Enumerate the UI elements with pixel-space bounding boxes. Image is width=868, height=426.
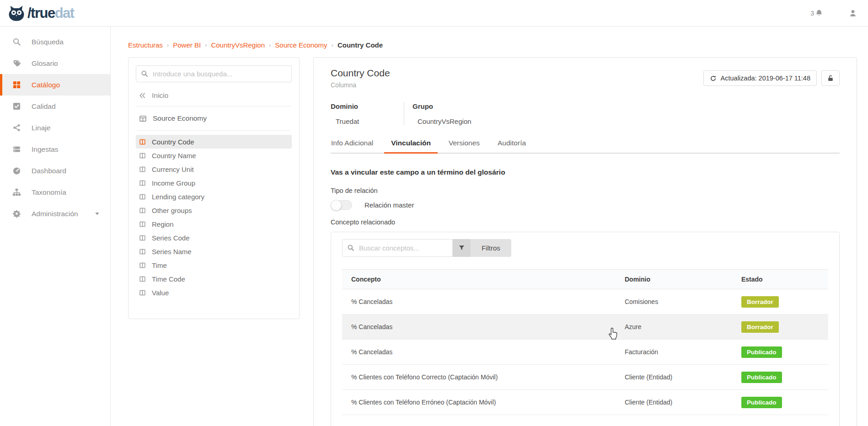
share-icon xyxy=(12,123,21,132)
owl-logo-icon xyxy=(7,5,26,22)
table-row[interactable]: % Clientes con Teléfono Erróneo (Captaci… xyxy=(342,390,828,415)
table-row[interactable]: % Canceladas Comisiones Borrador xyxy=(342,289,828,314)
master-relation-toggle[interactable] xyxy=(331,200,352,210)
detail-panel: Country Code Columna Actualizada: 2019-0… xyxy=(313,57,857,426)
sidebar-item[interactable]: Catálogo xyxy=(0,74,110,96)
tree-search-input[interactable] xyxy=(136,65,292,82)
column-icon xyxy=(139,248,146,255)
sitemap-icon xyxy=(12,188,21,197)
tab[interactable]: Info Adicional xyxy=(331,139,374,153)
detail-tabs: Info Adicional Vinculación Versiones Aud… xyxy=(331,139,840,154)
search-icon xyxy=(141,70,148,77)
column-icon xyxy=(139,207,146,214)
breadcrumb-separator: › xyxy=(269,42,271,48)
notification-count: 3 xyxy=(810,10,814,17)
tree-item[interactable]: Time xyxy=(136,258,292,272)
breadcrumb-link[interactable]: Source Economy xyxy=(275,41,327,49)
grid-icon xyxy=(12,80,21,89)
server-icon xyxy=(12,145,21,154)
sidebar-item-label: Catálogo xyxy=(32,81,60,89)
tree-item[interactable]: Region xyxy=(136,217,292,231)
tab[interactable]: Versiones xyxy=(448,139,480,153)
field-label: Grupo xyxy=(413,102,504,110)
sidebar-item[interactable]: Glosario xyxy=(0,53,110,74)
tab-label: Info Adicional xyxy=(331,139,373,147)
table-row[interactable]: % Canceladas Azure Borrador xyxy=(342,314,828,340)
tree-item-label: Series Code xyxy=(152,234,190,242)
sidebar-item[interactable]: Dashboard xyxy=(0,160,110,181)
tab-label: Vinculación xyxy=(391,139,431,147)
breadcrumb-link[interactable]: CountryVsRegion xyxy=(211,41,265,49)
field-value: CountryVsRegion xyxy=(413,117,504,125)
tree-item[interactable]: Series Name xyxy=(136,245,292,258)
filter-funnel-button[interactable] xyxy=(453,239,471,257)
tree-item-label: Time Code xyxy=(152,275,185,283)
sidebar-item[interactable]: Linaje xyxy=(0,117,110,138)
column-icon xyxy=(139,234,146,241)
metadata-fields: Dominio Truedat Grupo CountryVsRegion xyxy=(331,102,840,125)
tree-item[interactable]: Income Group xyxy=(136,176,292,190)
concept-cell: % Canceladas xyxy=(342,323,625,330)
tree-item[interactable]: Lending category xyxy=(136,190,292,203)
sidebar-item-label: Linaje xyxy=(32,124,50,132)
tree-item[interactable]: Other groups xyxy=(136,203,292,217)
sidebar-item[interactable]: Calidad xyxy=(0,96,110,117)
tree-item[interactable]: Currency Unit xyxy=(136,162,292,176)
tree-item[interactable]: Value xyxy=(136,286,292,299)
status-badge: Borrador xyxy=(741,321,779,333)
tab[interactable]: Vinculación xyxy=(391,139,431,153)
divider xyxy=(137,130,291,131)
concept-search-input[interactable] xyxy=(342,239,453,257)
brand-name: /truedat xyxy=(27,6,74,20)
concept-cell: % Canceladas xyxy=(342,298,625,305)
tree-item[interactable]: Time Code xyxy=(136,272,292,286)
tree-item[interactable]: Series Code xyxy=(136,231,292,245)
filters-button[interactable]: Filtros xyxy=(471,239,511,257)
sidebar-item-label: Administración xyxy=(32,210,78,218)
table-row[interactable]: % Clientes con Teléfono Correcto (Captac… xyxy=(342,365,828,390)
tree-parent-node[interactable]: Source Economy xyxy=(136,106,292,130)
user-icon[interactable] xyxy=(849,9,857,17)
related-concepts-panel: Filtros Concepto Dominio Estado % Cancel… xyxy=(331,232,840,426)
structure-tree-panel: Inicio Source Economy Country Code xyxy=(128,57,300,319)
unlock-button[interactable] xyxy=(821,70,840,86)
tree-back-home[interactable]: Inicio xyxy=(136,85,292,106)
status-badge: Publicado xyxy=(741,372,782,383)
tree-item-label: Series Name xyxy=(152,248,192,256)
sidebar-item-label: Glosario xyxy=(32,59,58,68)
page-title: Country Code xyxy=(331,68,390,79)
concept-cell: % Clientes con Teléfono Correcto (Captac… xyxy=(342,373,625,381)
column-icon xyxy=(139,138,146,145)
sidebar-item[interactable]: Taxonomía xyxy=(0,181,110,203)
table-icon xyxy=(139,115,147,122)
check-square-icon xyxy=(12,102,21,111)
sidebar-item[interactable]: Ingestas xyxy=(0,138,110,160)
sidebar-item[interactable]: Búsqueda xyxy=(0,31,110,53)
refresh-updated-button[interactable]: Actualizada: 2019-06-17 11:48 xyxy=(703,70,817,86)
column-icon xyxy=(139,166,146,173)
sidebar-item[interactable]: Administración xyxy=(0,203,110,224)
refresh-icon xyxy=(710,75,717,82)
column-icon xyxy=(139,221,146,228)
brand-logo[interactable]: /truedat xyxy=(7,5,74,22)
sidebar-item-label: Ingestas xyxy=(32,145,59,154)
tree-item-label: Lending category xyxy=(152,193,204,201)
tab[interactable]: Auditoría xyxy=(497,139,526,153)
concept-cell: % Clientes con Teléfono Erróneo (Captaci… xyxy=(342,399,625,406)
notifications-button[interactable]: 3 xyxy=(810,9,823,17)
toggle-knob xyxy=(331,200,342,211)
breadcrumb-separator: › xyxy=(205,42,207,48)
tree-item[interactable]: Country Code xyxy=(136,135,292,149)
status-badge: Borrador xyxy=(741,296,779,308)
content-area: Estructuras › Power BI › CountryVsRegion… xyxy=(111,27,868,426)
tree-item-label: Country Code xyxy=(152,138,194,146)
page-subtitle: Columna xyxy=(331,81,390,89)
table-row[interactable]: % Canceladas Facturación Publicado xyxy=(342,340,828,365)
tree-item-label: Region xyxy=(152,220,174,228)
tags-icon xyxy=(12,59,21,68)
tree-item[interactable]: Country Name xyxy=(136,149,292,162)
status-badge: Publicado xyxy=(741,397,782,408)
breadcrumb-link[interactable]: Power BI xyxy=(173,41,201,49)
breadcrumb-current: Country Code xyxy=(338,41,383,49)
breadcrumb-link[interactable]: Estructuras xyxy=(128,41,163,49)
